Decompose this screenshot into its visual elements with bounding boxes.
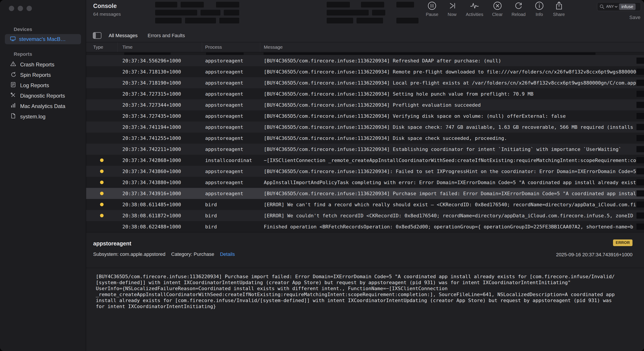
log-row[interactable]: 20:37:34.718190+1000appstoreagent[BUY4C3…: [86, 77, 644, 88]
search-icon: [599, 4, 604, 9]
info-icon: [534, 1, 544, 12]
toolbar-button-pause[interactable]: Pause: [426, 1, 438, 17]
toolbar-buttons: PauseNowActivitiesClearReloadInfoShare: [426, 1, 565, 17]
log-row[interactable]: 20:37:34.727435+1000appstoreagent[BUY4C3…: [86, 110, 644, 122]
row-process: installcoordinat: [202, 158, 260, 163]
log-row[interactable]: 20:37:34.742211+1000appstoreagent[BUY4C3…: [86, 144, 644, 155]
log-row[interactable]: 20:37:34.727315+1000appstoreagent[BUY4C3…: [86, 88, 644, 99]
log-row[interactable]: 20:38:08.622488+1000birdFinished operati…: [86, 221, 644, 232]
sidebar-item-diagnostic-reports[interactable]: Diagnostic Reports: [0, 90, 86, 101]
search-scope-dropdown[interactable]: ANY: [606, 4, 618, 9]
detail-meta: Subsystem: com.apple.appstored Category:…: [93, 252, 235, 257]
log-row[interactable]: 20:38:08.611485+1000bird[ERROR] We can't…: [86, 199, 644, 210]
sidebar-item-system-log[interactable]: system.log: [0, 111, 86, 122]
detail-pane: appstoreagent ERROR Subsystem: com.apple…: [86, 232, 644, 351]
log-row[interactable]: 20:37:34.727344+1000appstoreagent[BUY4C3…: [86, 99, 644, 110]
row-type-cell: [86, 192, 118, 195]
toolbar-button-label: Clear: [492, 12, 503, 17]
activities-icon: [470, 1, 479, 12]
tab-all-messages[interactable]: All Messages: [109, 33, 138, 38]
partial-row: [86, 52, 644, 55]
row-message: [BUY4C365D5/com.firecore.infuse:11362209…: [260, 169, 644, 174]
column-header-process[interactable]: Process: [202, 42, 260, 52]
toolbar-button-activities[interactable]: Activities: [466, 1, 483, 17]
row-message: [BUY4C365D5/com.firecore.infuse:11362209…: [260, 69, 644, 74]
redacted-block: [636, 135, 644, 141]
console-window: Devices stevemac's MacB… Reports Crash R…: [0, 0, 644, 351]
log-row[interactable]: 20:37:34.743880+1000appstoreagentAppInst…: [86, 177, 644, 188]
devices-section-title: Devices: [14, 26, 32, 32]
sidebar-item-mac-analytics-data[interactable]: Mac Analytics Data: [0, 101, 86, 111]
reload-icon: [514, 1, 524, 12]
row-time: 20:38:08.622488+1000: [118, 224, 202, 230]
tab-errors-and-faults[interactable]: Errors and Faults: [148, 33, 185, 38]
redacted-block: [206, 52, 244, 55]
log-row[interactable]: 20:37:34.556296+1000appstoreagent[BUY4C3…: [86, 55, 644, 66]
warning-dot-icon: [100, 170, 104, 173]
zoom-button[interactable]: [26, 6, 32, 11]
toolbar-button-label: Activities: [466, 12, 483, 17]
details-link[interactable]: Details: [220, 252, 235, 257]
row-message: [BUY4C365D5/com.firecore.infuse:11362209…: [260, 91, 644, 97]
row-time: 20:37:34.743860+1000: [118, 169, 202, 174]
toolbar-button-info[interactable]: Info: [534, 1, 544, 17]
reports-section-title: Reports: [14, 51, 32, 57]
redacted-block: [636, 113, 644, 119]
toolbar-button-reload[interactable]: Reload: [512, 1, 526, 17]
log-row[interactable]: 20:37:34.743860+1000appstoreagent[BUY4C3…: [86, 166, 644, 177]
row-type-cell: [86, 203, 118, 206]
log-row[interactable]: 20:38:08.611872+1000bird[ERROR] We could…: [86, 210, 644, 221]
redacted-block: [636, 224, 644, 230]
row-time: 20:37:34.718130+1000: [118, 69, 202, 74]
toolbar-button-clear[interactable]: Clear: [492, 1, 503, 17]
row-message: [ERROR] We couldn't fetch recordID <CKRe…: [260, 213, 644, 218]
warning-triangle-icon: [10, 61, 16, 68]
row-type-cell: [86, 214, 118, 217]
sidebar-item-spin-reports[interactable]: Spin Reports: [0, 70, 86, 80]
log-row[interactable]: 20:37:34.743916+1000appstoreagent[BUY4C3…: [86, 188, 644, 199]
search-token[interactable]: infuse: [619, 4, 636, 10]
main-content: Console 64 messages PauseNowActivitiesCl…: [86, 0, 644, 351]
log-row[interactable]: 20:37:34.741194+1000appstoreagent[BUY4C3…: [86, 122, 644, 132]
toolbar-button-share[interactable]: Share: [553, 1, 565, 17]
window-controls: [9, 6, 32, 11]
column-header-type[interactable]: Type: [86, 42, 118, 52]
device-name: stevemac's MacB…: [19, 36, 66, 42]
redacted-block: [636, 168, 644, 174]
redacted-block: [155, 10, 197, 16]
toolbar-button-now[interactable]: Now: [447, 1, 457, 17]
sidebar-item-device[interactable]: stevemac's MacB…: [5, 34, 81, 44]
row-time: 20:37:34.743916+1000: [118, 191, 202, 196]
row-process: appstoreagent: [202, 91, 260, 97]
log-row[interactable]: 20:37:34.718130+1000appstoreagent[BUY4C3…: [86, 66, 644, 77]
redacted-block: [155, 18, 182, 24]
warning-dot-icon: [100, 203, 104, 206]
warning-dot-icon: [100, 214, 104, 217]
column-header-message[interactable]: Message: [260, 42, 644, 52]
log-row[interactable]: 20:37:34.742868+1000installcoordinat−[IX…: [86, 155, 644, 166]
log-row[interactable]: 20:37:34.741255+1000appstoreagent[BUY4C3…: [86, 132, 644, 144]
toolbar-button-label: Now: [448, 12, 456, 17]
sidebar-item-crash-reports[interactable]: Crash Reports: [0, 59, 86, 70]
minimize-button[interactable]: [18, 6, 23, 11]
tab-bar: All Messages Errors and Faults: [86, 29, 644, 42]
row-process: appstoreagent: [202, 113, 260, 119]
row-process: appstoreagent: [202, 191, 260, 196]
toolbar-button-label: Reload: [512, 12, 526, 17]
save-button[interactable]: Save: [630, 14, 640, 20]
row-time: 20:37:34.743880+1000: [118, 180, 202, 185]
close-button[interactable]: [9, 6, 14, 11]
row-type-cell: [86, 158, 118, 162]
column-header-time[interactable]: Time: [118, 42, 202, 52]
row-time: 20:37:34.742868+1000: [118, 158, 202, 163]
sidebar-item-log-reports[interactable]: Log Reports: [0, 80, 86, 90]
row-time: 20:37:34.727315+1000: [118, 91, 202, 97]
display-icon: [10, 36, 16, 43]
redacted-block: [636, 91, 644, 97]
search-field[interactable]: ANY infuse: [597, 2, 641, 11]
redacted-block: [636, 68, 644, 75]
row-time: 20:38:08.611872+1000: [118, 213, 202, 218]
row-type-cell: [86, 180, 118, 184]
sidebar-toggle-icon[interactable]: [93, 32, 102, 39]
error-badge: ERROR: [613, 240, 632, 246]
